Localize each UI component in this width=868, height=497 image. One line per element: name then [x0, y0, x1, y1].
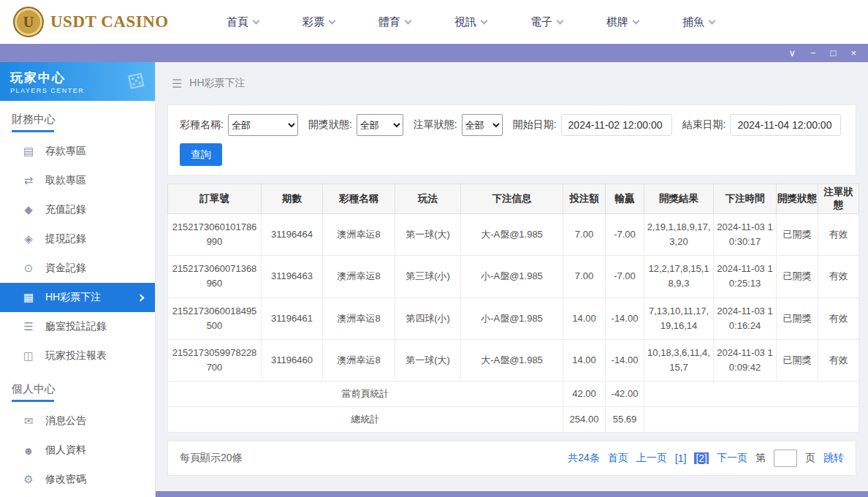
hamburger-menu-icon[interactable]: ☰ — [172, 77, 182, 91]
sidebar-title: 玩家中心 — [10, 69, 84, 86]
sidebar-item-hh-lottery-bets[interactable]: ▦ HH彩票下注 — [0, 283, 155, 312]
logo-text: USDT CASINO — [50, 12, 169, 31]
sidebar-item-withdraw[interactable]: ⇄ 取款專區 — [0, 166, 155, 195]
main-content: ☰ HH彩票下注 彩種名稱: 全部 開獎狀態: 全部 注單狀態: 全部 — [156, 62, 868, 497]
nav-label: 首頁 — [226, 15, 248, 29]
nav-item-sports[interactable]: 體育 — [357, 15, 433, 29]
win-loss-cell: -14.00 — [606, 339, 644, 381]
draw-status-cell: 已開獎 — [777, 297, 818, 339]
play-type-cell: 第四球(小) — [395, 297, 461, 339]
bet-time-cell: 2024-11-03 10:09:42 — [714, 339, 777, 381]
start-date-input[interactable] — [561, 114, 672, 136]
nav-item-home[interactable]: 首頁 — [205, 15, 281, 29]
draw-result-cell: 12,2,17,8,15,18,9,3 — [644, 256, 714, 297]
section-personal-center: 個人中心 — [12, 382, 143, 402]
breadcrumb: ☰ HH彩票下注 — [156, 62, 868, 105]
window-maximize-button[interactable]: □ — [831, 48, 837, 58]
table-row: 2152173059978228700 31196460 澳洲幸运8 第一球(大… — [168, 339, 859, 381]
sidebar-item-label: 個人資料 — [45, 444, 86, 457]
sidebar-item-profile[interactable]: ☻ 個人資料 — [0, 436, 155, 465]
lottery-name-cell: 澳洲幸运8 — [323, 297, 395, 339]
order-status-cell: 有效 — [818, 256, 859, 297]
order-status-label: 注單狀態: — [414, 118, 457, 132]
window-title-bar: ∨ − □ × — [0, 44, 868, 62]
page-jump-input[interactable] — [774, 449, 797, 467]
sidebar-item-room-bet-records[interactable]: ☰ 廳室投註記錄 — [0, 312, 155, 341]
end-date-input[interactable] — [730, 114, 841, 136]
search-button[interactable]: 查詢 — [180, 143, 222, 166]
window-close-button[interactable]: × — [850, 48, 856, 58]
page-link-1[interactable]: [1] — [675, 452, 687, 464]
nav-item-video[interactable]: 視訊 — [433, 15, 509, 29]
chevron-down-icon — [481, 17, 488, 24]
main-nav: 首頁 彩票 體育 視訊 電子 棋牌 捕魚 — [205, 15, 736, 29]
sidebar-item-fund-records[interactable]: ⊙ 資金記錄 — [0, 254, 155, 283]
col-period: 期數 — [262, 184, 323, 214]
col-play-type: 玩法 — [395, 184, 461, 214]
nav-item-fishing[interactable]: 捕魚 — [660, 15, 736, 29]
jump-prefix-label: 第 — [755, 452, 766, 465]
sidebar-item-change-password[interactable]: ⚙ 修改密碼 — [0, 465, 155, 494]
col-bet-info: 下注信息 — [461, 184, 563, 214]
nav-item-chess[interactable]: 棋牌 — [585, 15, 660, 29]
sidebar-item-announcements[interactable]: ✉ 消息公告 — [0, 406, 155, 436]
sidebar-item-cashout-records[interactable]: ◈ 提現記錄 — [0, 224, 155, 254]
nav-label: 視訊 — [454, 15, 476, 29]
logo[interactable]: U USDT CASINO — [13, 7, 183, 37]
period-cell: 31196460 — [262, 339, 323, 381]
table-header-row: 訂單號 期數 彩種名稱 玩法 下注信息 投注額 輸贏 開獎結果 下注時間 開獎狀… — [168, 184, 859, 214]
sidebar-item-label: 提現記錄 — [45, 232, 86, 246]
bet-info-cell: 小-A盤@1.985 — [461, 297, 563, 339]
order-id-cell: 2152173060018495500 — [168, 297, 262, 339]
play-type-cell: 第一球(大) — [395, 339, 461, 381]
bet-info-cell: 小-A盤@1.985 — [461, 256, 563, 297]
nav-item-lottery[interactable]: 彩票 — [281, 15, 357, 29]
page-link-2-current[interactable]: [2] — [694, 452, 709, 464]
top-header: U USDT CASINO 首頁 彩票 體育 視訊 電子 棋牌 捕魚 — [0, 0, 868, 44]
window-minimize-button[interactable]: − — [810, 48, 816, 58]
page-summary-empty — [644, 382, 859, 407]
pagination-bar: 每頁顯示20條 共24条 首页 上一页 [1] [2] 下一页 第 页 跳转 — [167, 441, 856, 476]
sidebar-item-recharge-records[interactable]: ◆ 充值記錄 — [0, 195, 155, 224]
message-icon: ✉ — [22, 414, 35, 428]
sidebar-item-label: 消息公告 — [45, 414, 86, 428]
window-collapse-icon[interactable]: ∨ — [788, 48, 796, 58]
jump-suffix-label: 页 — [805, 452, 815, 465]
nav-label: 棋牌 — [606, 15, 628, 29]
filter-panel: 彩種名稱: 全部 開獎狀態: 全部 注單狀態: 全部 開始日期: 結束日期: — [167, 105, 856, 175]
order-status-select[interactable]: 全部 — [462, 114, 503, 136]
nav-label: 電子 — [530, 15, 552, 29]
next-page-link[interactable]: 下一页 — [717, 452, 747, 465]
col-order-status: 注單狀態 — [818, 184, 859, 214]
prev-page-link[interactable]: 上一页 — [636, 452, 667, 465]
order-id-cell: 2152173060101786990 — [168, 214, 262, 256]
sidebar-item-label: 取款專區 — [45, 174, 86, 187]
bet-amount-cell: 7.00 — [563, 214, 606, 256]
draw-result-cell: 10,18,3,6,11,4,15,7 — [644, 339, 714, 381]
first-page-link[interactable]: 首页 — [608, 452, 628, 465]
coin-logo-icon: U — [13, 7, 44, 37]
nav-item-electronic[interactable]: 電子 — [509, 15, 585, 29]
chevron-down-icon — [709, 17, 716, 24]
lottery-name-select[interactable]: 全部 — [228, 114, 298, 136]
sidebar-item-label: HH彩票下注 — [45, 291, 101, 304]
lottery-name-label: 彩種名稱: — [180, 118, 224, 132]
col-draw-status: 開獎狀態 — [777, 184, 818, 214]
sidebar-item-player-bet-report[interactable]: ◫ 玩家投注報表 — [0, 341, 155, 371]
jump-button[interactable]: 跳转 — [823, 452, 844, 465]
lottery-bets-icon: ▦ — [22, 291, 35, 304]
lottery-name-cell: 澳洲幸运8 — [323, 339, 395, 381]
sidebar-item-deposit[interactable]: ▤ 存款專區 — [0, 137, 155, 166]
col-order-id: 訂單號 — [168, 184, 262, 214]
lottery-name-cell: 澳洲幸运8 — [323, 214, 395, 256]
chevron-down-icon — [329, 17, 336, 24]
deposit-icon: ▤ — [22, 145, 35, 158]
start-date-label: 開始日期: — [513, 118, 557, 132]
play-type-cell: 第三球(小) — [395, 256, 461, 297]
bet-time-cell: 2024-11-03 10:25:13 — [714, 256, 777, 297]
draw-result-cell: 7,13,10,11,17,19,16,14 — [644, 297, 714, 339]
draw-status-select[interactable]: 全部 — [357, 114, 403, 136]
nav-label: 體育 — [378, 15, 400, 29]
bet-info-cell: 大-A盤@1.985 — [461, 214, 563, 256]
lottery-name-cell: 澳洲幸运8 — [323, 256, 395, 297]
